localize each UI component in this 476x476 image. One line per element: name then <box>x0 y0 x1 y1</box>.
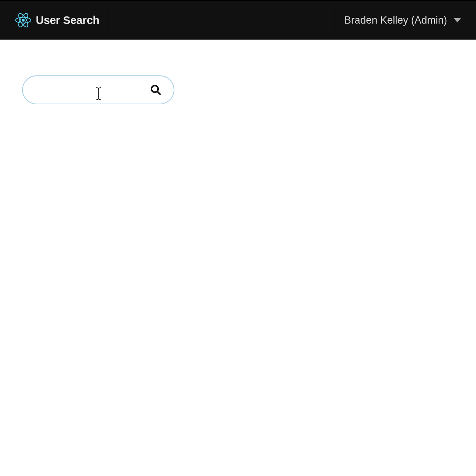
svg-line-5 <box>157 91 160 94</box>
search-icon[interactable] <box>150 84 161 96</box>
react-logo-icon <box>15 12 31 28</box>
search-field-wrap[interactable] <box>22 75 174 104</box>
search-input[interactable] <box>34 85 162 95</box>
user-name-label: Braden Kelley (Admin) <box>344 14 447 26</box>
chevron-down-icon <box>454 18 461 22</box>
app-title: User Search <box>36 14 99 27</box>
brand[interactable]: User Search <box>15 12 99 28</box>
svg-point-0 <box>22 19 24 21</box>
user-menu[interactable]: Braden Kelley (Admin) <box>344 14 461 26</box>
app-header: User Search Braden Kelley (Admin) <box>0 0 476 40</box>
main-content <box>0 40 476 140</box>
